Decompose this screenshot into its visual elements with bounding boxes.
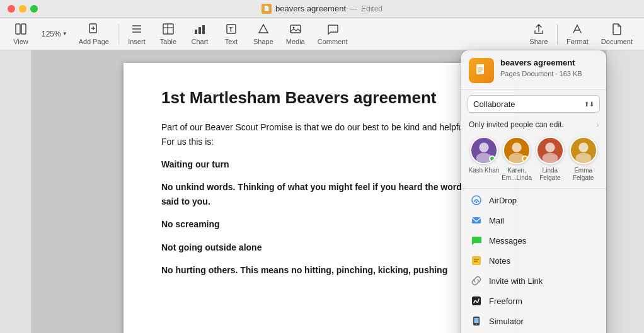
avatar-online-dot: [489, 155, 495, 162]
document-button[interactable]: Document: [595, 20, 639, 48]
comment-button[interactable]: Comment: [311, 20, 354, 48]
collaborate-dropdown[interactable]: Collaborate ⬆⬇: [468, 95, 600, 113]
comment-label: Comment: [318, 38, 348, 45]
table-icon: [161, 22, 175, 36]
mail-label: Mail: [489, 216, 504, 225]
avatar-emma: [570, 137, 597, 164]
svg-point-29: [542, 153, 558, 164]
paragraph-6: No hurting others. This means no hitting…: [161, 263, 476, 277]
minimize-button[interactable]: [19, 5, 26, 13]
menu-mail[interactable]: Mail: [461, 210, 606, 230]
fullscreen-button[interactable]: [30, 5, 38, 13]
table-button[interactable]: Table: [152, 20, 184, 48]
invite-only-row[interactable]: Only invited people can edit. ›: [461, 118, 606, 132]
window-title-area: 📄 beavers agreement — Edited: [262, 4, 382, 14]
invite-link-icon: [470, 274, 483, 287]
insert-button[interactable]: Insert: [121, 20, 152, 48]
avatar-label-1: Kash Khan: [468, 167, 499, 174]
svg-rect-35: [472, 256, 481, 265]
avatar-kash-khan: [470, 137, 498, 164]
document-icon: [610, 22, 624, 36]
svg-rect-17: [290, 25, 301, 33]
popup-doc-info: beavers agreement Pages Document · 163 K…: [500, 58, 599, 77]
chart-button[interactable]: Chart: [184, 20, 216, 48]
svg-point-33: [476, 201, 478, 203]
menu-freeform[interactable]: Freeform: [461, 291, 606, 311]
close-button[interactable]: [8, 5, 15, 13]
airdrop-label: AirDrop: [489, 196, 517, 205]
view-button[interactable]: View: [5, 20, 37, 48]
svg-rect-1: [21, 24, 26, 34]
avatar-label-4: Emma Felgate: [568, 167, 599, 182]
window-title: beavers agreement: [275, 4, 346, 13]
right-panel: [606, 50, 644, 333]
media-label: Media: [286, 38, 305, 45]
shape-button[interactable]: Shape: [247, 20, 280, 48]
svg-text:T: T: [229, 26, 233, 33]
traffic-lights: [8, 5, 38, 13]
popup-doc-name: beavers agreement: [500, 58, 599, 69]
popup-doc-icon: [469, 58, 494, 83]
svg-rect-8: [163, 24, 173, 34]
share-icon: [532, 22, 546, 36]
svg-point-41: [476, 324, 477, 325]
format-icon: [570, 22, 584, 36]
toolbar: View 125% ▼ Add Page Insert Table Chart …: [0, 18, 644, 50]
zoom-value: 125%: [42, 30, 61, 38]
svg-rect-34: [472, 217, 481, 223]
svg-point-24: [479, 143, 488, 152]
avatar-label-3: Linda Felgate: [534, 167, 566, 182]
edited-badge: —: [350, 4, 357, 13]
popup-doc-meta: Pages Document · 163 KB: [500, 70, 599, 77]
text-button[interactable]: T Text: [216, 20, 247, 48]
avatar-item-3[interactable]: Linda Felgate: [534, 137, 566, 182]
shape-label: Shape: [253, 38, 273, 45]
collaborate-label: Collaborate: [473, 99, 515, 109]
menu-airdrop[interactable]: AirDrop: [461, 190, 606, 210]
add-page-button[interactable]: Add Page: [72, 20, 115, 48]
simulator-icon: [470, 315, 483, 327]
svg-rect-11: [195, 30, 197, 34]
messages-icon: [470, 234, 483, 247]
menu-notes[interactable]: Notes: [461, 251, 606, 271]
avatar-item-2[interactable]: Karen, Em...Linda: [501, 137, 532, 182]
avatar-item-1[interactable]: Kash Khan: [468, 137, 499, 182]
comment-icon: [326, 22, 340, 36]
share-button[interactable]: Share: [523, 20, 555, 48]
menu-simulator[interactable]: Simulator: [461, 311, 606, 331]
toolbar-divider-1: [118, 24, 118, 44]
svg-marker-16: [259, 25, 268, 33]
view-icon: [14, 22, 28, 36]
pages-icon: 📄: [262, 4, 272, 14]
svg-point-26: [512, 143, 521, 152]
chart-icon: [193, 22, 207, 36]
text-icon: T: [224, 22, 238, 36]
view-label: View: [13, 38, 28, 45]
avatar-item-4[interactable]: Emma Felgate: [568, 137, 599, 182]
zoom-control[interactable]: 125% ▼: [37, 27, 72, 41]
svg-rect-0: [16, 24, 20, 34]
menu-invite-link[interactable]: Invite with Link: [461, 271, 606, 291]
media-button[interactable]: Media: [280, 20, 311, 48]
collaborate-section: Collaborate ⬆⬇: [461, 95, 606, 118]
add-page-label: Add Page: [79, 38, 109, 45]
avatar-linda: [536, 137, 564, 164]
svg-point-28: [545, 143, 555, 152]
paragraph-1: Part of our Beaver Scout Promise is that…: [161, 120, 476, 149]
invite-only-text: Only invited people can edit.: [469, 120, 564, 129]
media-icon: [289, 22, 302, 36]
collaborate-arrow-icon: ⬆⬇: [584, 101, 594, 108]
svg-point-32: [472, 196, 481, 205]
add-page-icon: [87, 22, 101, 36]
chart-label: Chart: [192, 38, 209, 45]
format-button[interactable]: Format: [560, 20, 595, 48]
share-label: Share: [529, 38, 548, 45]
menu-messages[interactable]: Messages: [461, 230, 606, 251]
invite-link-label: Invite with Link: [489, 276, 543, 286]
insert-label: Insert: [128, 38, 146, 45]
toolbar-divider-2: [557, 24, 558, 44]
notes-label: Notes: [489, 256, 510, 266]
paragraph-4: No screaming: [161, 217, 476, 231]
svg-rect-12: [198, 27, 201, 34]
freeform-icon: [470, 295, 483, 307]
